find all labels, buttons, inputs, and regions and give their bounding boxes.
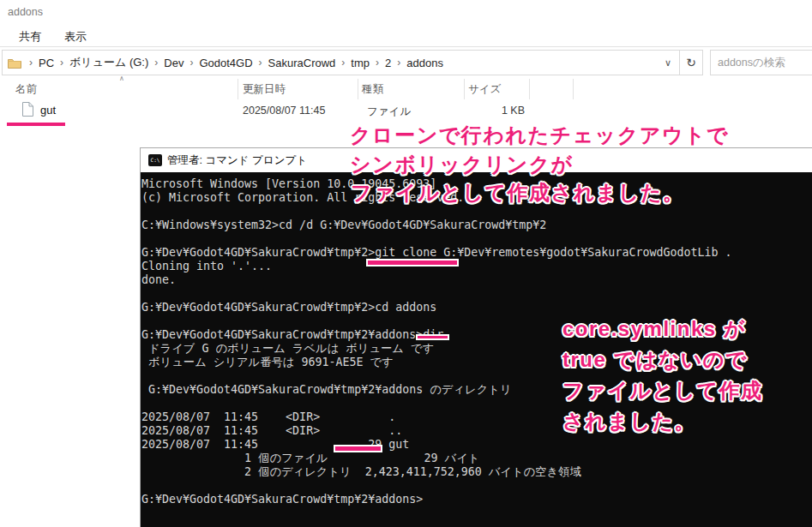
breadcrumb-item[interactable]: tmp [351,57,370,69]
annotation-core-symlinks: core.symlinks が true ではないので ファイルとして作成 され… [562,314,762,437]
breadcrumb-separator-icon: › [397,57,400,69]
breadcrumb-separator-icon: › [154,57,158,69]
desktop: addons 共有 表示 ›PC›ボリューム (G:)›Dev›Godot4GD… [0,0,812,527]
chevron-down-icon[interactable]: ∨ [657,57,679,69]
highlight-underline-git-clone [366,259,459,266]
column-divider[interactable] [358,79,358,99]
breadcrumb-separator-icon: › [29,57,33,69]
highlight-underline-gut-file [7,123,65,126]
breadcrumb: ›PC›ボリューム (G:)›Dev›Godot4GD›SakuraCrowd›… [23,55,443,70]
column-header-type[interactable]: 種類 [362,82,383,97]
ribbon-divider [0,46,812,47]
column-header-date[interactable]: 更新日時 [243,82,286,97]
annotation-clone-checkout: クローンで行われたチェックアウトで [350,122,729,149]
breadcrumb-item[interactable]: SakuraCrowd [268,57,336,69]
menu-tab-share[interactable]: 共有 [19,29,41,45]
column-divider[interactable] [238,79,238,99]
breadcrumb-item[interactable]: 2 [385,57,391,69]
sort-ascending-icon[interactable]: ∧ [119,75,124,82]
cmd-title: 管理者: コマンド プロンプト [167,153,307,168]
address-bar[interactable]: ›PC›ボリューム (G:)›Dev›Godot4GD›SakuraCrowd›… [2,50,703,75]
breadcrumb-item[interactable]: ボリューム (G:) [69,55,148,70]
breadcrumb-item[interactable]: Dev [164,57,183,69]
file-row-date[interactable]: 2025/08/07 11:45 [243,105,325,117]
breadcrumb-item[interactable]: addons [406,57,443,69]
breadcrumb-separator-icon: › [189,57,193,69]
breadcrumb-item[interactable]: PC [39,57,54,69]
file-row-size[interactable]: 1 KB [464,105,525,117]
column-header-name[interactable]: 名前 [15,82,37,97]
breadcrumb-separator-icon: › [259,57,262,69]
refresh-icon[interactable]: ↻ [680,56,702,69]
breadcrumb-separator-icon: › [60,57,63,69]
breadcrumb-item[interactable]: Godot4GD [199,57,252,69]
explorer-window-title: addons [8,6,43,18]
file-row-type[interactable]: ファイル [367,105,411,119]
column-divider[interactable] [573,79,574,99]
column-divider[interactable] [464,79,465,99]
file-row-name[interactable]: gut [40,104,56,117]
menu-tab-view[interactable]: 表示 [64,29,87,45]
cmd-icon: C:\ [148,154,162,166]
highlight-underline-29-gut [334,445,382,452]
breadcrumb-separator-icon: › [376,57,379,69]
annotation-symlink: シンボリックリンクが [350,151,574,178]
file-icon [21,102,33,120]
highlight-underline-dir [416,334,449,340]
annotation-created-as-file: ファイルとして作成されました。 [351,179,684,207]
column-header-size[interactable]: サイズ [468,82,501,97]
column-divider[interactable] [529,79,530,99]
folder-icon [8,57,21,69]
search-input[interactable] [710,50,812,75]
breadcrumb-separator-icon: › [341,57,345,69]
